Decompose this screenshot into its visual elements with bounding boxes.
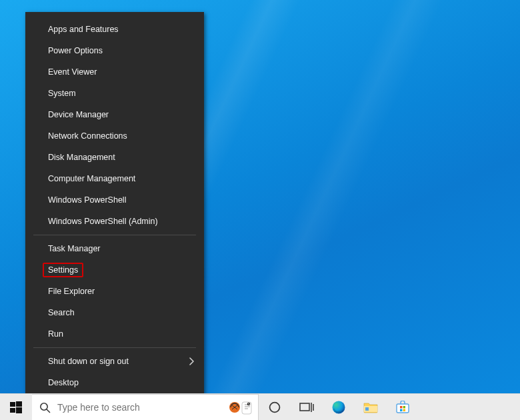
- menu-item-label: Search: [48, 308, 75, 317]
- menu-item-label: Computer Management: [48, 174, 135, 183]
- menu-item-windows-powershell[interactable]: Windows PowerShell: [25, 189, 204, 211]
- menu-item-label: System: [48, 89, 76, 98]
- menu-item-label: Windows PowerShell (Admin): [48, 217, 158, 226]
- menu-separator: [33, 347, 196, 348]
- search-input[interactable]: [57, 395, 224, 420]
- svg-rect-1: [16, 401, 22, 407]
- windows-logo-icon: [10, 401, 22, 413]
- task-view-icon: [299, 401, 314, 413]
- taskbar-icons: [259, 394, 419, 421]
- menu-item-windows-powershell-admin[interactable]: Windows PowerShell (Admin): [25, 211, 204, 232]
- menu-item-label: Shut down or sign out: [48, 357, 129, 366]
- svg-rect-16: [397, 404, 409, 413]
- edge-icon: [331, 400, 346, 415]
- winx-group-2: Task Manager Settings File Explorer Sear…: [25, 238, 204, 345]
- highlight-box: Settings: [43, 263, 83, 277]
- winx-menu: Apps and Features Power Options Event Vi…: [25, 12, 204, 395]
- menu-item-label: Power Options: [48, 46, 103, 55]
- start-button[interactable]: [0, 394, 32, 421]
- taskbar-search[interactable]: [32, 394, 259, 421]
- menu-item-label: Settings: [48, 265, 78, 275]
- svg-rect-19: [400, 409, 402, 411]
- menu-item-label: Run: [48, 329, 63, 339]
- menu-item-label: Event Viewer: [48, 67, 97, 77]
- cortana-icon: [268, 401, 281, 414]
- file-explorer-button[interactable]: [355, 394, 387, 421]
- svg-rect-2: [10, 408, 15, 413]
- menu-item-label: Apps and Features: [48, 25, 119, 34]
- svg-rect-3: [16, 407, 22, 413]
- menu-item-apps-and-features[interactable]: Apps and Features: [25, 19, 204, 40]
- svg-rect-15: [365, 407, 369, 411]
- search-highlight-icon: [224, 398, 257, 417]
- desktop-background: Apps and Features Power Options Event Vi…: [0, 0, 520, 420]
- menu-item-network-connections[interactable]: Network Connections: [25, 125, 204, 147]
- menu-item-file-explorer[interactable]: File Explorer: [25, 281, 204, 302]
- winx-group-3: Shut down or sign out Desktop: [25, 351, 204, 393]
- task-view-button[interactable]: [291, 394, 323, 421]
- svg-point-9: [270, 402, 280, 412]
- svg-line-5: [47, 409, 50, 413]
- menu-item-power-options[interactable]: Power Options: [25, 40, 204, 61]
- menu-item-settings[interactable]: Settings: [25, 259, 204, 281]
- svg-rect-20: [403, 409, 405, 411]
- microsoft-store-icon: [395, 401, 410, 414]
- svg-rect-18: [403, 406, 405, 408]
- menu-item-label: Network Connections: [48, 131, 127, 141]
- search-icon: [32, 401, 57, 413]
- taskbar: [0, 393, 520, 420]
- menu-item-label: Device Manager: [48, 110, 109, 119]
- menu-item-label: Windows PowerShell: [48, 195, 126, 205]
- cortana-button[interactable]: [259, 394, 291, 421]
- menu-item-desktop[interactable]: Desktop: [25, 372, 204, 393]
- menu-item-search[interactable]: Search: [25, 302, 204, 323]
- edge-button[interactable]: [323, 394, 355, 421]
- menu-item-device-manager[interactable]: Device Manager: [25, 104, 204, 125]
- menu-item-label: Task Manager: [48, 244, 101, 253]
- menu-separator: [33, 235, 196, 235]
- menu-item-event-viewer[interactable]: Event Viewer: [25, 61, 204, 83]
- menu-item-label: Disk Management: [48, 153, 115, 162]
- menu-item-run[interactable]: Run: [25, 323, 204, 345]
- menu-item-label: Desktop: [48, 378, 79, 387]
- svg-rect-0: [10, 402, 15, 407]
- chevron-right-icon: [189, 357, 195, 365]
- menu-item-computer-management[interactable]: Computer Management: [25, 168, 204, 189]
- menu-item-system[interactable]: System: [25, 83, 204, 104]
- svg-rect-10: [300, 403, 309, 411]
- menu-item-disk-management[interactable]: Disk Management: [25, 147, 204, 168]
- menu-item-shut-down-or-sign-out[interactable]: Shut down or sign out: [25, 351, 204, 372]
- winx-group-1: Apps and Features Power Options Event Vi…: [25, 19, 204, 232]
- microsoft-store-button[interactable]: [387, 394, 419, 421]
- menu-item-label: File Explorer: [48, 287, 95, 296]
- menu-item-task-manager[interactable]: Task Manager: [25, 238, 204, 259]
- svg-rect-17: [400, 406, 402, 408]
- file-explorer-icon: [363, 401, 378, 413]
